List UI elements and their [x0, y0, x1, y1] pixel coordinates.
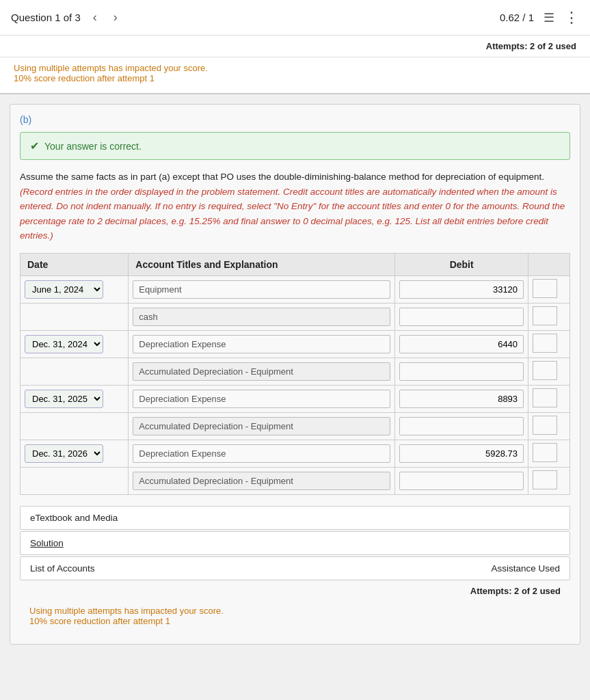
score-warning-top-line2: 10% score reduction after attempt 1	[14, 73, 576, 83]
debit-input-8[interactable]	[399, 472, 524, 490]
account-input-1[interactable]	[133, 280, 390, 299]
section-b-label: (b)	[20, 114, 570, 125]
col-header-account: Account Titles and Explanation	[129, 253, 395, 275]
table-row: Dec. 31, 2024	[21, 330, 570, 358]
list-of-accounts-row[interactable]: List of Accounts Assistance Used	[20, 556, 570, 580]
top-bar-left: Question 1 of 3 ‹ ›	[11, 9, 122, 26]
score-warning-top-line1: Using multiple attempts has impacted you…	[14, 63, 576, 73]
account-input-4[interactable]	[133, 362, 390, 381]
date-select-7[interactable]: Dec. 31, 2026	[25, 444, 103, 463]
debit-cell-5	[395, 385, 528, 412]
debit-input-4[interactable]	[399, 362, 524, 381]
date-cell-5: Dec. 31, 2025	[21, 385, 129, 412]
credit-box-3	[533, 334, 557, 353]
credit-cell-8	[528, 467, 570, 494]
table-row	[21, 358, 570, 385]
debit-input-5[interactable]	[399, 390, 524, 408]
top-bar-right: 0.62 / 1 ☰ ⋮	[500, 9, 579, 27]
date-cell-1: June 1, 2024	[21, 275, 129, 303]
credit-cell-3	[528, 330, 570, 358]
credit-box-4	[533, 361, 557, 380]
score-warning-bottom-line1: Using multiple attempts has impacted you…	[29, 606, 561, 616]
prev-button[interactable]: ‹	[89, 9, 101, 26]
credit-box-5	[533, 388, 557, 407]
checkmark-icon: ✔	[30, 139, 39, 152]
date-cell-4	[21, 358, 129, 385]
top-bar: Question 1 of 3 ‹ › 0.62 / 1 ☰ ⋮	[0, 0, 590, 36]
journal-table: Date Account Titles and Explanation Debi…	[20, 253, 570, 495]
date-cell-8	[21, 467, 129, 494]
table-row	[21, 303, 570, 330]
table-row: Dec. 31, 2026	[21, 440, 570, 467]
col-header-credit	[528, 253, 570, 275]
date-cell-7: Dec. 31, 2026	[21, 440, 129, 467]
debit-input-7[interactable]	[399, 444, 524, 463]
col-header-date: Date	[21, 253, 129, 275]
credit-box-6	[533, 416, 557, 435]
account-cell-6	[129, 412, 395, 440]
section-b: (b) ✔ Your answer is correct. Assume the…	[10, 104, 580, 645]
date-cell-6	[21, 412, 129, 440]
instructions-italic: (Record entries in the order displayed i…	[20, 187, 565, 241]
score-label: 0.62 / 1	[500, 12, 534, 23]
credit-cell-5	[528, 385, 570, 412]
score-warning-bottom: Using multiple attempts has impacted you…	[20, 602, 570, 634]
account-input-2[interactable]	[133, 308, 390, 326]
account-cell-5	[129, 385, 395, 412]
col-header-debit: Debit	[395, 253, 528, 275]
date-select-5[interactable]: Dec. 31, 2025	[25, 390, 103, 408]
credit-cell-7	[528, 440, 570, 467]
correct-text: Your answer is correct.	[44, 141, 142, 152]
list-icon[interactable]: ☰	[544, 10, 554, 25]
credit-cell-4	[528, 358, 570, 385]
account-cell-4	[129, 358, 395, 385]
account-cell-8	[129, 467, 395, 494]
account-input-6[interactable]	[133, 417, 390, 435]
attempts-top: Attempts: 2 of 2 used	[0, 36, 590, 57]
credit-box-7	[533, 443, 557, 462]
account-cell-2	[129, 303, 395, 330]
debit-input-1[interactable]	[399, 280, 524, 299]
table-row	[21, 467, 570, 494]
debit-cell-1	[395, 275, 528, 303]
credit-box-1	[533, 279, 557, 298]
account-input-5[interactable]	[133, 390, 390, 408]
table-row: Dec. 31, 2025	[21, 385, 570, 412]
account-cell-3	[129, 330, 395, 358]
account-cell-1	[129, 275, 395, 303]
account-input-8[interactable]	[133, 472, 390, 490]
question-label: Question 1 of 3	[11, 12, 81, 23]
debit-input-3[interactable]	[399, 335, 524, 353]
date-select-1[interactable]: June 1, 2024	[25, 280, 103, 299]
credit-box-2	[533, 306, 557, 325]
next-button[interactable]: ›	[109, 9, 122, 26]
date-cell-3: Dec. 31, 2024	[21, 330, 129, 358]
account-input-3[interactable]	[133, 335, 390, 353]
assistance-used-label: Assistance Used	[491, 563, 560, 574]
credit-cell-6	[528, 412, 570, 440]
date-cell-2	[21, 303, 129, 330]
debit-input-2[interactable]	[399, 308, 524, 326]
debit-cell-2	[395, 303, 528, 330]
instructions: Assume the same facts as in part (a) exc…	[20, 170, 570, 243]
debit-cell-4	[395, 358, 528, 385]
debit-cell-8	[395, 467, 528, 494]
debit-cell-3	[395, 330, 528, 358]
score-warning-top: Using multiple attempts has impacted you…	[0, 57, 590, 94]
correct-banner: ✔ Your answer is correct.	[20, 132, 570, 160]
solution-link[interactable]: Solution	[20, 531, 570, 555]
account-cell-7	[129, 440, 395, 467]
debit-input-6[interactable]	[399, 417, 524, 435]
score-warning-bottom-line2: 10% score reduction after attempt 1	[29, 616, 561, 626]
list-of-accounts-label: List of Accounts	[30, 563, 95, 574]
credit-cell-2	[528, 303, 570, 330]
date-select-3[interactable]: Dec. 31, 2024	[25, 335, 103, 353]
instructions-plain: Assume the same facts as in part (a) exc…	[20, 172, 544, 182]
credit-box-8	[533, 470, 557, 489]
account-input-7[interactable]	[133, 444, 390, 463]
footer-links: eTextbook and Media Solution List of Acc…	[20, 506, 570, 580]
etextbook-link[interactable]: eTextbook and Media	[20, 506, 570, 530]
debit-cell-7	[395, 440, 528, 467]
attempts-bottom: Attempts: 2 of 2 used	[20, 580, 570, 602]
dots-icon[interactable]: ⋮	[564, 9, 579, 27]
